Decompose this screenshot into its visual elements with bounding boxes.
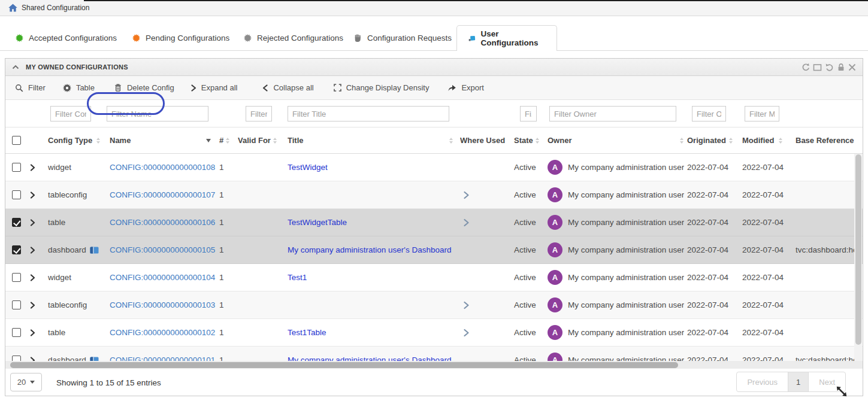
table-row[interactable]: widget CONFIG:0000000000000108 1 TestWid… xyxy=(5,154,863,181)
filter-owner-input[interactable] xyxy=(549,106,676,122)
expand-row-icon[interactable] xyxy=(30,329,35,336)
undo-icon[interactable] xyxy=(825,63,834,72)
column-header-where-used[interactable]: Where Used xyxy=(460,136,514,145)
column-header-modified[interactable]: Modified xyxy=(742,136,796,145)
config-id-link[interactable]: CONFIG:0000000000000107 xyxy=(110,190,215,199)
expand-row-icon[interactable] xyxy=(30,357,35,362)
modified-cell: 2022-07-04 xyxy=(742,300,784,309)
tab-configuration-requests[interactable]: Configuration Requests xyxy=(354,25,452,50)
config-id-link[interactable]: CONFIG:0000000000000103 xyxy=(110,300,215,309)
config-id-link[interactable]: CONFIG:0000000000000105 xyxy=(110,245,215,254)
table-settings-button[interactable]: Table xyxy=(63,83,95,92)
export-arrow-icon xyxy=(447,84,456,92)
delete-config-button[interactable]: Delete Config xyxy=(114,83,174,92)
base-reference-cell: tvc:dashboard:heli xyxy=(796,356,861,361)
expand-row-icon[interactable] xyxy=(30,219,35,226)
collapse-all-button[interactable]: Collapse all xyxy=(262,83,313,92)
column-header-owner[interactable]: Owner xyxy=(548,136,687,145)
refresh-icon[interactable] xyxy=(801,63,810,72)
where-used-chevron[interactable] xyxy=(463,191,470,199)
tab-rejected-configurations[interactable]: Rejected Configurations xyxy=(244,25,343,50)
column-header-config-type[interactable]: Config Type xyxy=(48,136,110,145)
table-row[interactable]: table CONFIG:0000000000000102 1 Test1Tab… xyxy=(5,319,863,347)
row-checkbox[interactable] xyxy=(12,245,21,254)
modified-cell: 2022-07-04 xyxy=(742,218,784,227)
row-checkbox[interactable] xyxy=(12,273,21,282)
table-row[interactable]: tableconfig CONFIG:0000000000000107 1 Ac… xyxy=(5,181,863,209)
config-type-cell: tableconfig xyxy=(48,300,87,309)
filter-button[interactable]: Filter xyxy=(15,83,46,92)
current-page-button[interactable]: 1 xyxy=(788,372,809,391)
row-checkbox[interactable] xyxy=(12,356,21,361)
originated-cell: 2022-07-04 xyxy=(687,245,728,254)
chevron-right-icon xyxy=(190,84,196,92)
title-link[interactable]: TestWidget xyxy=(288,163,328,172)
collapse-panel-icon[interactable] xyxy=(12,65,19,69)
select-all-checkbox[interactable] xyxy=(12,136,21,145)
column-header-base-reference[interactable]: Base Reference xyxy=(796,136,863,145)
previous-page-button[interactable]: Previous xyxy=(737,372,788,391)
filter-originated-input[interactable] xyxy=(692,106,726,122)
expand-row-icon[interactable] xyxy=(30,302,35,309)
modified-cell: 2022-07-04 xyxy=(742,163,784,172)
config-id-link[interactable]: CONFIG:0000000000000106 xyxy=(110,218,215,227)
filter-config-type-input[interactable] xyxy=(50,106,91,122)
row-checkbox[interactable] xyxy=(12,328,21,337)
horizontal-scrollbar-thumb[interactable] xyxy=(10,362,678,368)
tab-user-configurations[interactable]: User Configurations xyxy=(456,25,557,51)
home-icon[interactable] xyxy=(8,4,17,12)
row-checkbox[interactable] xyxy=(12,218,21,227)
table-row[interactable]: dashboard CONFIG:0000000000000105 1 My c… xyxy=(5,236,863,264)
column-header-count[interactable]: # xyxy=(219,136,238,145)
lock-icon[interactable] xyxy=(837,63,845,72)
row-checkbox[interactable] xyxy=(12,163,21,172)
table-row[interactable]: dashboard CONFIG:0000000000000101 1 My c… xyxy=(5,347,863,361)
config-id-link[interactable]: CONFIG:0000000000000101 xyxy=(110,356,215,361)
title-link[interactable]: My company administration user's Dashboa… xyxy=(288,356,451,361)
config-id-link[interactable]: CONFIG:0000000000000108 xyxy=(110,163,215,172)
expand-all-button[interactable]: Expand all xyxy=(190,83,238,92)
title-link[interactable]: Test1Table xyxy=(288,328,326,337)
config-id-link[interactable]: CONFIG:0000000000000102 xyxy=(110,328,215,337)
export-button[interactable]: Export xyxy=(447,83,484,92)
tab-pending-configurations[interactable]: Pending Configurations xyxy=(132,25,229,50)
expand-row-icon[interactable] xyxy=(30,247,35,254)
tab-accepted-configurations[interactable]: Accepted Configurations xyxy=(16,25,117,50)
where-used-chevron[interactable] xyxy=(463,218,470,227)
owner-avatar: A xyxy=(548,270,562,285)
change-display-density-button[interactable]: Change Display Density xyxy=(334,83,430,92)
row-checkbox[interactable] xyxy=(12,190,21,199)
row-checkbox[interactable] xyxy=(12,300,21,309)
owner-avatar: A xyxy=(548,215,562,230)
close-icon[interactable] xyxy=(848,63,856,71)
table-row[interactable]: widget CONFIG:0000000000000104 1 Test1 A… xyxy=(5,264,863,291)
column-header-originated[interactable]: Originated xyxy=(687,136,742,145)
where-used-chevron[interactable] xyxy=(463,301,470,309)
column-header-valid-for[interactable]: Valid For xyxy=(238,136,288,145)
filter-valid-for-input[interactable] xyxy=(246,106,272,122)
table-row[interactable]: tableconfig CONFIG:0000000000000103 1 Ac… xyxy=(5,291,863,319)
maximize-icon[interactable] xyxy=(813,63,822,72)
title-link[interactable]: My company administration user's Dashboa… xyxy=(288,245,451,254)
vertical-scrollbar-thumb[interactable] xyxy=(855,154,861,345)
column-header-name[interactable]: Name xyxy=(110,136,219,145)
table-row[interactable]: table CONFIG:0000000000000106 1 TestWidg… xyxy=(5,209,863,236)
modified-cell: 2022-07-04 xyxy=(742,273,784,282)
filter-state-input[interactable] xyxy=(520,106,537,122)
column-header-title[interactable]: Title xyxy=(288,136,460,145)
where-used-chevron[interactable] xyxy=(463,329,470,337)
expand-row-icon[interactable] xyxy=(30,164,35,171)
title-link[interactable]: Test1 xyxy=(288,273,307,282)
state-cell: Active xyxy=(514,273,536,282)
filter-title-input[interactable] xyxy=(288,106,449,122)
title-link[interactable]: TestWidgetTable xyxy=(288,218,347,227)
filter-modified-input[interactable] xyxy=(745,106,779,122)
column-header-state[interactable]: State xyxy=(514,136,548,145)
filter-name-input[interactable] xyxy=(107,106,208,122)
state-cell: Active xyxy=(514,328,536,337)
count-cell: 1 xyxy=(219,356,224,361)
page-size-dropdown[interactable]: 20 xyxy=(10,373,42,391)
expand-row-icon[interactable] xyxy=(30,192,35,199)
expand-row-icon[interactable] xyxy=(30,274,35,281)
config-id-link[interactable]: CONFIG:0000000000000104 xyxy=(110,273,215,282)
